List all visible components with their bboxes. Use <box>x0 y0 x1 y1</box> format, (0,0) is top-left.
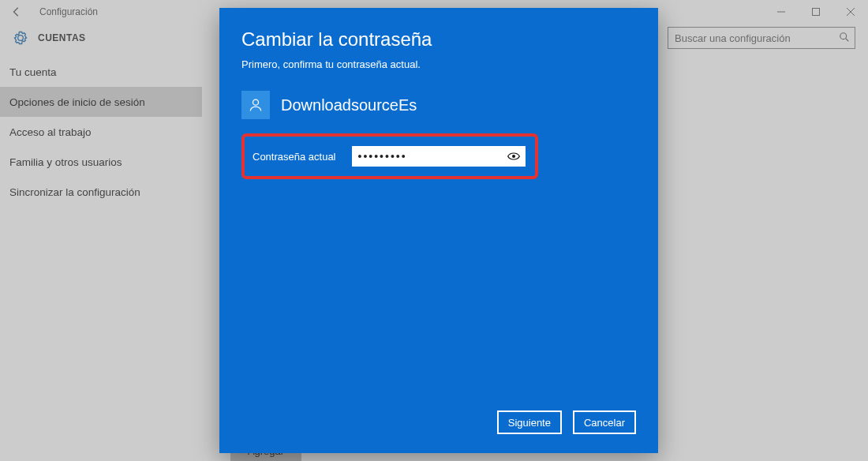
cancel-button[interactable]: Cancelar <box>573 410 636 434</box>
avatar <box>241 91 270 119</box>
change-password-dialog: Cambiar la contraseña Primero, confirma … <box>219 8 658 453</box>
next-button-label: Siguiente <box>508 417 551 429</box>
reveal-password-button[interactable] <box>505 146 522 167</box>
dialog-title: Cambiar la contraseña <box>241 28 636 51</box>
username: DownloadsourceEs <box>281 96 417 114</box>
svg-point-3 <box>512 155 515 158</box>
svg-point-2 <box>253 99 259 105</box>
user-row: DownloadsourceEs <box>241 91 636 119</box>
highlight-box: Contraseña actual <box>241 133 538 179</box>
password-input[interactable] <box>352 146 526 167</box>
dialog-subtitle: Primero, confirma tu contraseña actual. <box>241 58 636 70</box>
eye-icon <box>507 152 520 161</box>
cancel-button-label: Cancelar <box>584 417 625 429</box>
next-button[interactable]: Siguiente <box>497 410 562 434</box>
dialog-buttons: Siguiente Cancelar <box>241 410 636 439</box>
password-input-wrap <box>352 146 526 167</box>
settings-window: Configuración CUENTAS Buscar una configu… <box>0 0 868 461</box>
password-label: Contraseña actual <box>253 151 336 163</box>
person-icon <box>248 97 264 113</box>
